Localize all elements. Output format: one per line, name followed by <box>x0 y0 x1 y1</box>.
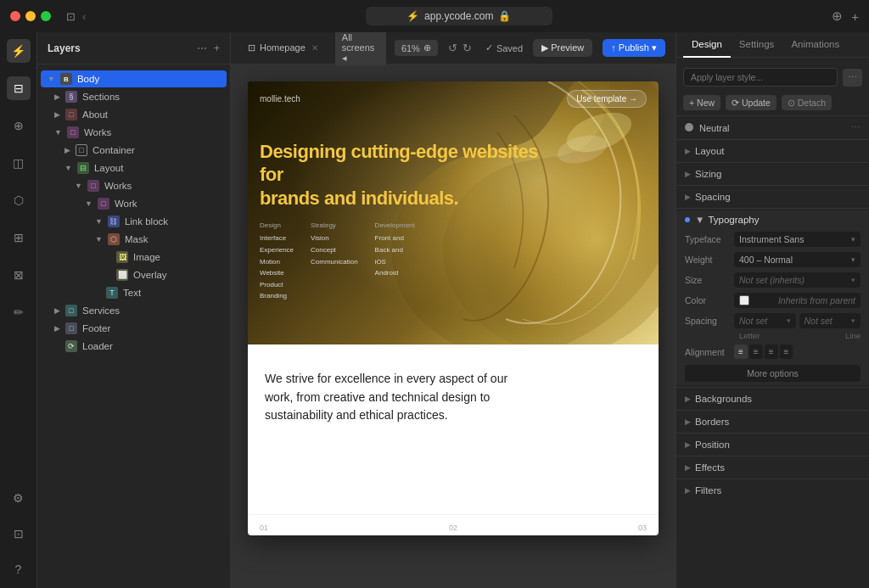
help-icon[interactable]: ? <box>7 557 31 581</box>
position-label: Position <box>695 440 730 450</box>
typeface-value[interactable]: Instrument Sans ▾ <box>734 232 861 247</box>
section-spacing[interactable]: ▶ Spacing <box>676 188 869 206</box>
layer-services[interactable]: ▶ □ Services <box>41 302 227 319</box>
col-strategy-communication: Communication <box>311 256 358 268</box>
layer-about[interactable]: ▶ □ About <box>41 106 227 123</box>
canvas-scroll[interactable]: mollie.tech Use template → Designing cut… <box>231 64 676 588</box>
settings-icon[interactable]: ⚙ <box>7 486 31 510</box>
all-screens-badge[interactable]: All screens ◂ <box>335 32 386 66</box>
overlay-type-icon: ⬜ <box>116 269 128 281</box>
weight-value[interactable]: 400 – Normal ▾ <box>734 252 861 267</box>
paint-icon[interactable]: ✏ <box>7 300 31 324</box>
apply-style-input[interactable] <box>683 68 838 87</box>
layer-works-top[interactable]: ▼ □ Works <box>41 124 227 141</box>
tab-close-icon[interactable]: ✕ <box>311 43 318 53</box>
expanded-indicator <box>685 217 690 222</box>
link-type-icon: ⛓ <box>108 216 120 227</box>
section-filters[interactable]: ▶ Filters <box>676 481 869 500</box>
neutral-more-icon[interactable]: ⋯ <box>851 122 861 133</box>
add-layer-icon[interactable]: + <box>214 42 220 54</box>
update-style-button[interactable]: ⟳ Update <box>726 95 776 110</box>
layer-text[interactable]: ▶ T Text <box>41 284 227 301</box>
white-section: We strive for excellence in every aspect… <box>248 344 659 514</box>
col-dev-front: Front and <box>375 232 415 244</box>
more-icon[interactable]: ⋯ <box>197 42 207 54</box>
layer-services-label: Services <box>82 305 120 316</box>
divider <box>676 208 869 209</box>
logo-icon[interactable]: ⚡ <box>7 39 31 63</box>
page-tab[interactable]: ⊡ Homepage ✕ <box>241 32 325 64</box>
layer-sections[interactable]: ▶ § Sections <box>41 88 227 105</box>
maximize-button[interactable] <box>41 11 51 21</box>
section-backgrounds[interactable]: ▶ Backgrounds <box>676 389 869 408</box>
cms-icon[interactable]: ⊠ <box>7 263 31 287</box>
tab-animations[interactable]: Animations <box>782 32 848 58</box>
add-elements-icon[interactable]: ⊕ <box>7 114 31 137</box>
align-left-button[interactable]: ≡ <box>734 344 748 359</box>
typeface-row: Typeface Instrument Sans ▾ <box>676 229 869 249</box>
url-bar[interactable]: ⚡ app.ycode.com 🔒 <box>366 7 552 25</box>
section-sizing[interactable]: ▶ Sizing <box>676 165 869 183</box>
detach-style-button[interactable]: ⊙ Detach <box>782 95 832 110</box>
layer-container[interactable]: ▶ □ Container <box>41 142 227 159</box>
layers-icon[interactable]: ⊟ <box>7 76 31 100</box>
layer-works-nested[interactable]: ▼ □ Works <box>41 177 227 194</box>
titlebar: ⊡ ‹ ⚡ app.ycode.com 🔒 ⊕ + <box>0 0 869 32</box>
typeface-label: Typeface <box>685 234 729 244</box>
section-position[interactable]: ▶ Position <box>676 435 869 454</box>
align-center-button[interactable]: ≡ <box>749 344 763 359</box>
align-justify-button[interactable]: ≡ <box>780 344 793 359</box>
color-value[interactable]: Inherits from parent <box>734 293 861 308</box>
tab-settings[interactable]: Settings <box>731 32 783 58</box>
chevron-left-icon[interactable]: ‹ <box>82 10 86 23</box>
layer-text-label: Text <box>123 288 141 298</box>
section-effects[interactable]: ▶ Effects <box>676 458 869 477</box>
layer-footer[interactable]: ▶ □ Footer <box>41 320 227 337</box>
right-panel-body: ⋯ + New ⟳ Update ⊙ Detach Neutral ⋯ ▶ <box>676 58 869 505</box>
layer-work[interactable]: ▼ □ Work <box>41 195 227 212</box>
line-spacing-value[interactable]: Not set ▾ <box>799 313 861 328</box>
undo-icon[interactable]: ↺ <box>448 42 457 54</box>
redo-icon[interactable]: ↻ <box>463 42 472 54</box>
pages-icon[interactable]: ⊞ <box>7 226 31 249</box>
typography-header[interactable]: ▼ Typography <box>676 210 869 229</box>
letter-spacing-value[interactable]: Not set ▾ <box>734 313 796 328</box>
effects-chevron: ▶ <box>685 463 691 472</box>
layer-loader-label: Loader <box>82 341 113 351</box>
page-indicator-3: 03 <box>638 524 647 532</box>
color-swatch <box>739 295 749 305</box>
hero-col-design: Design Interface Experience Motion Websi… <box>260 221 294 302</box>
minimize-button[interactable] <box>25 11 36 21</box>
sidebar-toggle-icon[interactable]: ⊡ <box>66 10 76 23</box>
layer-overlay[interactable]: ▶ ⬜ Overlay <box>41 266 227 283</box>
new-style-button[interactable]: + New <box>683 95 720 110</box>
tab-design[interactable]: Design <box>683 32 731 58</box>
use-template-button[interactable]: Use template → <box>567 90 647 108</box>
size-value[interactable]: Not set (inherits) ▾ <box>734 272 861 288</box>
zoom-badge[interactable]: 61% ⊕ <box>395 40 438 56</box>
panel-header-right: ⋯ + <box>197 42 220 54</box>
preview-button[interactable]: ▶ Preview <box>533 39 592 57</box>
add-tab-icon[interactable]: + <box>851 9 859 24</box>
close-button[interactable] <box>10 11 20 21</box>
align-right-button[interactable]: ≡ <box>765 344 778 359</box>
layer-link-block[interactable]: ▼ ⛓ Link block <box>41 213 227 230</box>
layer-mask[interactable]: ▼ ⬡ Mask <box>41 231 227 248</box>
section-layout[interactable]: ▶ Layout <box>676 142 869 160</box>
sizing-label: Sizing <box>695 169 721 179</box>
layers-tree: ▼ B Body ▶ § Sections ▶ □ About ▼ □ Work… <box>37 64 230 588</box>
assets-icon[interactable]: ◫ <box>7 151 31 175</box>
layers-bottom-icon[interactable]: ⊡ <box>7 522 31 546</box>
apply-style-btn[interactable]: ⋯ <box>843 69 862 87</box>
layer-layout[interactable]: ▼ ⊟ Layout <box>41 160 227 176</box>
layer-body[interactable]: ▼ B Body <box>41 70 227 87</box>
section-borders[interactable]: ▶ Borders <box>676 412 869 431</box>
section-typography: ▼ Typography Typeface Instrument Sans ▾ … <box>676 210 869 385</box>
publish-button[interactable]: ↑ Publish ▾ <box>603 39 665 57</box>
layer-image[interactable]: ▶ 🖼 Image <box>41 249 227 266</box>
components-icon[interactable]: ⬡ <box>7 188 31 212</box>
more-options-button[interactable]: More options <box>685 365 861 382</box>
icon-bar-bottom: ⚙ ⊡ ? <box>7 486 31 581</box>
layer-loader[interactable]: ▶ ⟳ Loader <box>41 338 227 355</box>
share-icon[interactable]: ⊕ <box>832 8 843 24</box>
